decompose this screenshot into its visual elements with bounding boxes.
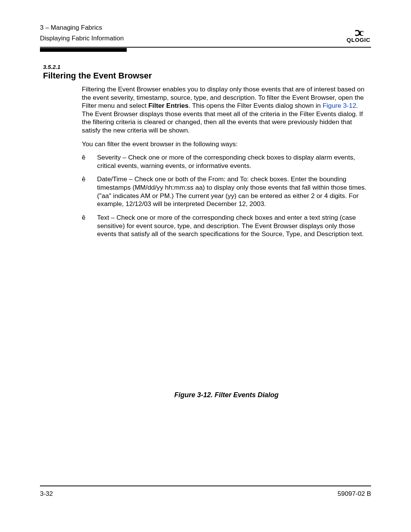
chapter-crumb: 3 – Managing Fabrics: [40, 23, 124, 33]
section-crumb: Displaying Fabric Information: [40, 34, 124, 43]
header-rule: [40, 47, 371, 51]
body-content: Filtering the Event Browser enables you …: [82, 85, 371, 399]
footer-row: 3-32 59097-02 B: [40, 490, 371, 498]
bullet-text-text: Text – Check one or more of the correspo…: [97, 214, 371, 238]
section-number: 3.5.2.1: [43, 64, 371, 70]
section-heading: 3.5.2.1 Filtering the Event Browser: [43, 64, 371, 81]
bullet-list: ê Severity – Check one or more of the co…: [82, 153, 371, 238]
paragraph-1: Filtering the Event Browser enables you …: [82, 85, 371, 135]
bullet-text-severity: Severity – Check one or more of the corr…: [97, 153, 371, 170]
page-header: 3 – Managing Fabrics Displaying Fabric I…: [40, 23, 371, 43]
header-text-block: 3 – Managing Fabrics Displaying Fabric I…: [40, 23, 124, 43]
figure-caption: Figure 3-12. Filter Events Dialog: [82, 391, 371, 399]
header-rule-thick: [40, 48, 127, 52]
filter-entries-bold: Filter Entries: [148, 102, 189, 109]
header-rule-thin: [40, 47, 371, 48]
figure-3-12-link[interactable]: Figure 3-12: [323, 102, 356, 109]
list-item: ê Date/Time – Check one or both of the F…: [82, 175, 371, 208]
page: 3 – Managing Fabrics Displaying Fabric I…: [0, 0, 411, 532]
bullet-text-datetime: Date/Time – Check one or both of the Fro…: [97, 175, 371, 208]
paragraph-2: You can filter the event browser in the …: [82, 140, 371, 149]
bullet-marker: ê: [82, 214, 97, 238]
section-title: Filtering the Event Browser: [43, 71, 371, 81]
document-id: 59097-02 B: [338, 490, 371, 498]
list-item: ê Text – Check one or more of the corres…: [82, 214, 371, 238]
bullet-marker: ê: [82, 153, 97, 170]
qlogic-logo-icon: ɔc: [355, 28, 362, 37]
list-item: ê Severity – Check one or more of the co…: [82, 153, 371, 170]
page-footer: 3-32 59097-02 B: [40, 486, 371, 498]
para1-text-b: . This opens the Filter Events dialog sh…: [188, 102, 322, 109]
qlogic-logo-text: QLOGIC: [347, 37, 370, 43]
page-number: 3-32: [40, 490, 53, 498]
bullet-marker: ê: [82, 175, 97, 208]
footer-rule: [40, 486, 371, 486]
qlogic-logo: ɔc QLOGIC: [347, 28, 371, 43]
